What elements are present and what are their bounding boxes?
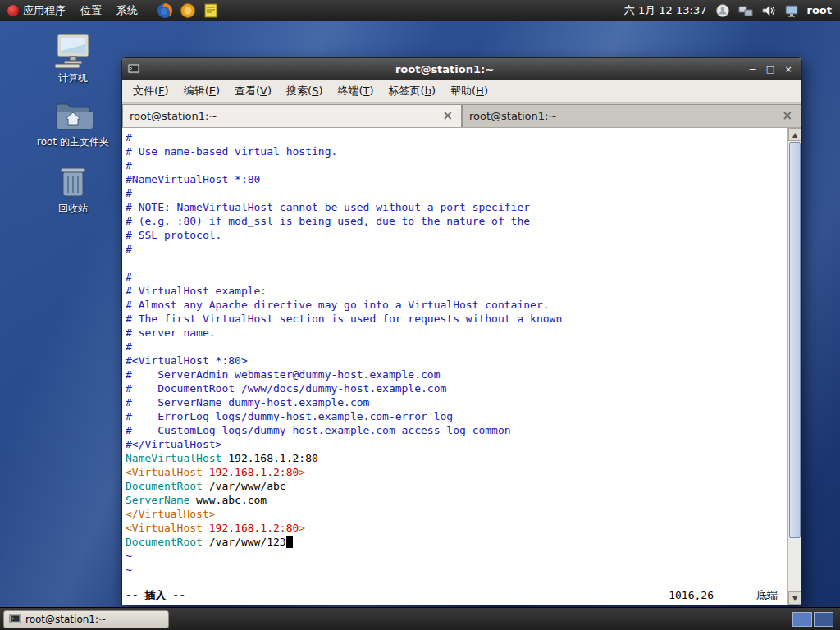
close-button[interactable]: × bbox=[780, 62, 797, 76]
window-titlebar[interactable]: root@station1:~ − □ × bbox=[122, 58, 801, 80]
terminal-text[interactable]: ## Use name-based virtual hosting.##Name… bbox=[122, 128, 788, 605]
top-panel: 应用程序位置系统 六 1月 12 13:37 bbox=[0, 0, 840, 21]
scroll-down-icon[interactable]: ▼ bbox=[788, 591, 801, 605]
tab-close-icon[interactable]: × bbox=[780, 110, 794, 122]
workspace-1[interactable] bbox=[792, 612, 812, 627]
taskbar-item-label: root@station1:~ bbox=[25, 614, 107, 625]
maximize-button[interactable]: □ bbox=[762, 62, 778, 76]
desktop-icon-label: 计算机 bbox=[58, 72, 88, 84]
computer-icon bbox=[53, 33, 93, 69]
terminal-app-icon bbox=[127, 62, 140, 75]
terminal-window: root@station1:~ − □ × 文件(F)编辑(E)查看(V)搜索(… bbox=[121, 57, 802, 605]
home-folder-icon bbox=[53, 98, 93, 133]
taskbar-item-terminal[interactable]: root@station1:~ bbox=[3, 610, 169, 628]
menu-v[interactable]: 查看(V) bbox=[227, 80, 279, 103]
minimize-button[interactable]: − bbox=[744, 62, 760, 76]
bottom-panel: root@station1:~ bbox=[0, 607, 840, 630]
trash-icon bbox=[55, 163, 91, 199]
terminal-body: ## Use name-based virtual hosting.##Name… bbox=[122, 128, 801, 605]
update-icon[interactable] bbox=[180, 2, 196, 19]
vim-ruler: 1016,26 bbox=[669, 588, 714, 602]
panel-menu-1[interactable]: 应用程序 bbox=[0, 0, 73, 21]
scrollbar: ▲ ▼ bbox=[788, 128, 801, 605]
scrollbar-thumb[interactable] bbox=[789, 142, 801, 538]
panel-clock[interactable]: 六 1月 12 13:37 bbox=[624, 3, 707, 18]
window-menubar: 文件(F)编辑(E)查看(V)搜索(S)终端(T)标签页(b)帮助(H) bbox=[122, 80, 801, 103]
terminal-tab-2[interactable]: root@station1:~× bbox=[462, 104, 801, 127]
user-switch-icon[interactable] bbox=[715, 3, 730, 18]
volume-icon[interactable] bbox=[761, 3, 776, 18]
menu-b[interactable]: 标签页(b) bbox=[381, 80, 443, 103]
scroll-up-icon[interactable]: ▲ bbox=[788, 128, 801, 141]
window-title: root@station1:~ bbox=[145, 63, 744, 75]
tab-title: root@station1:~ bbox=[469, 110, 780, 122]
panel-menus: 应用程序位置系统 bbox=[0, 0, 145, 21]
tab-title: root@station1:~ bbox=[130, 110, 441, 122]
tab-bar: root@station1:~×root@station1:~× bbox=[122, 103, 801, 128]
tab-close-icon[interactable]: × bbox=[441, 110, 454, 122]
vim-mode: -- 插入 -- bbox=[126, 588, 185, 602]
desktop-icon-trash[interactable]: 回收站 bbox=[25, 163, 121, 214]
network-icon[interactable] bbox=[738, 3, 753, 18]
panel-menu-2[interactable]: 位置 bbox=[73, 0, 109, 21]
panel-launchers bbox=[157, 2, 219, 19]
vim-lines: ## Use name-based virtual hosting.##Name… bbox=[126, 130, 788, 577]
notes-icon[interactable] bbox=[203, 2, 219, 19]
panel-menu-3[interactable]: 系统 bbox=[109, 0, 145, 21]
taskbar-terminal-icon bbox=[9, 613, 21, 625]
menu-f[interactable]: 文件(F) bbox=[126, 80, 176, 103]
vim-position: 底端 bbox=[756, 588, 778, 602]
desktop-icon-label: 回收站 bbox=[58, 203, 88, 214]
display-icon[interactable] bbox=[784, 3, 799, 18]
scrollbar-track[interactable] bbox=[788, 141, 801, 591]
firefox-icon[interactable] bbox=[157, 2, 173, 19]
workspace-2[interactable] bbox=[814, 612, 833, 627]
desktop-icon-label: root 的主文件夹 bbox=[37, 136, 109, 148]
menu-s[interactable]: 搜索(S) bbox=[279, 80, 330, 103]
menu-t[interactable]: 终端(T) bbox=[331, 80, 381, 103]
desktop-icon-home[interactable]: root 的主文件夹 bbox=[25, 98, 121, 148]
desktop-icon-computer[interactable]: 计算机 bbox=[25, 33, 121, 84]
workspace-switcher bbox=[792, 612, 837, 627]
distro-menu-icon bbox=[7, 5, 19, 16]
menu-h[interactable]: 帮助(H) bbox=[443, 80, 495, 103]
panel-tray: 六 1月 12 13:37 bbox=[624, 3, 840, 18]
desktop-icons: 计算机 root 的主文件夹 回收站 bbox=[25, 33, 121, 214]
menu-e[interactable]: 编辑(E) bbox=[176, 80, 227, 103]
panel-username: root bbox=[807, 4, 833, 16]
terminal-tab-1[interactable]: root@station1:~× bbox=[122, 104, 462, 127]
vim-statusline: -- 插入 -- 1016,26 底端 bbox=[126, 588, 778, 602]
